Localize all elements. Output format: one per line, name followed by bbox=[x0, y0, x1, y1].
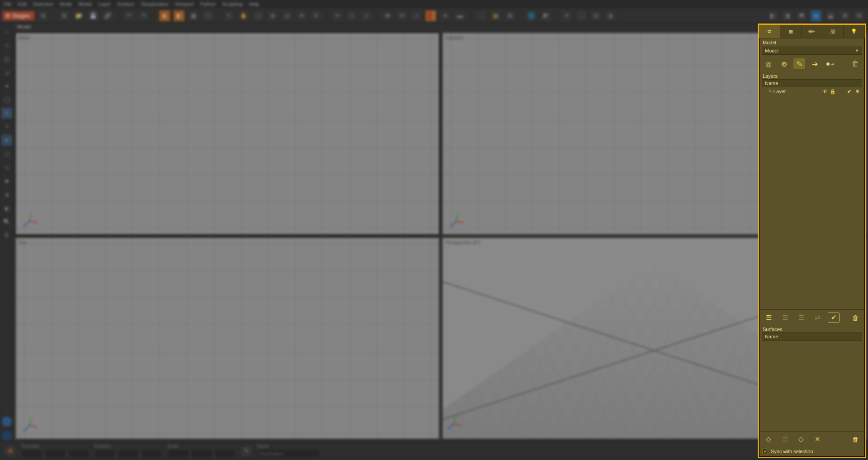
surface-tool-b-button[interactable] bbox=[779, 434, 791, 444]
scale-x-input[interactable] bbox=[167, 449, 189, 458]
more-icon[interactable]: ▬ bbox=[454, 10, 466, 22]
select-all-layers-button[interactable] bbox=[828, 313, 840, 322]
scale-z-input[interactable] bbox=[214, 449, 236, 458]
mode-c-icon[interactable]: ▦ bbox=[188, 10, 199, 22]
color-a-icon[interactable] bbox=[2, 417, 12, 427]
mode-d-icon[interactable]: ⬡ bbox=[202, 10, 214, 22]
edit-tool-icon[interactable]: ⤡ bbox=[346, 10, 358, 22]
rotate-z-input[interactable] bbox=[141, 449, 163, 458]
panel-toggle-icon[interactable]: ⊞ bbox=[839, 10, 851, 22]
tool-icon[interactable]: ⊡ bbox=[590, 10, 602, 22]
check-icon[interactable]: ✔ bbox=[845, 89, 853, 95]
menu-help[interactable]: Help bbox=[249, 1, 259, 7]
brush-button[interactable] bbox=[793, 58, 805, 69]
tool-icon[interactable]: ◯ bbox=[1, 94, 12, 105]
sync-selection-checkbox[interactable]: ✔ Sync with selection bbox=[759, 447, 865, 457]
viewport-top[interactable]: Top bbox=[15, 237, 439, 440]
tool-icon[interactable]: ⚲ bbox=[1, 230, 12, 241]
toolbar-btn[interactable]: ⧉ bbox=[37, 10, 49, 22]
tool-icon[interactable]: ◍ bbox=[604, 10, 616, 22]
menu-model[interactable]: Model bbox=[79, 1, 92, 7]
delete-button[interactable] bbox=[849, 58, 861, 69]
tool-icon[interactable]: ✈ bbox=[296, 10, 307, 22]
undo-icon[interactable]: ↶ bbox=[123, 10, 135, 22]
hierarchy-icon[interactable]: ⸬ bbox=[475, 10, 487, 22]
panel-toggle-icon[interactable]: ◧ bbox=[767, 10, 778, 22]
menu-layer[interactable]: Layer bbox=[98, 1, 111, 7]
tool-icon[interactable]: ⛶ bbox=[576, 10, 587, 22]
pin-icon[interactable]: ✱ bbox=[853, 89, 861, 95]
zoom-out-icon[interactable]: ⊖ bbox=[281, 10, 293, 22]
tool-icon[interactable]: ☀ bbox=[561, 10, 573, 22]
model-dropdown[interactable]: Model ▼ bbox=[762, 47, 862, 55]
add-layer-button[interactable] bbox=[763, 313, 774, 322]
tool-icon[interactable]: ✦ bbox=[1, 81, 12, 91]
edit-tool-icon[interactable]: ✏ bbox=[331, 10, 343, 22]
tool-icon[interactable]: ◩ bbox=[540, 10, 552, 22]
tool-icon[interactable]: ⊛ bbox=[1, 189, 12, 200]
add-target-button[interactable] bbox=[763, 58, 774, 69]
merge-layer-button[interactable] bbox=[811, 313, 823, 322]
tool-icon[interactable]: 🔍 bbox=[1, 216, 12, 227]
tool-icon[interactable]: ↔ bbox=[1, 26, 12, 37]
visibility-icon[interactable]: 👁 bbox=[821, 89, 829, 94]
panel-toggle-icon[interactable]: ⚙ bbox=[854, 10, 865, 22]
snap-icon[interactable]: 🧲 bbox=[425, 10, 437, 22]
export-button[interactable] bbox=[824, 58, 836, 69]
tool-icon[interactable]: ✒ bbox=[1, 135, 12, 146]
transform-icon[interactable]: ✥ bbox=[5, 445, 16, 457]
zoom-in-icon[interactable]: ⊕ bbox=[267, 10, 278, 22]
tool-icon[interactable]: ✎ bbox=[1, 108, 12, 119]
edit-tool-icon[interactable]: ⤢ bbox=[360, 10, 372, 22]
stage-badge[interactable]: Stages bbox=[3, 11, 34, 20]
tool-icon[interactable]: ⊿ bbox=[1, 67, 12, 78]
layout-icon[interactable]: ⊞ bbox=[504, 10, 516, 22]
new-icon[interactable]: 🗎 bbox=[58, 10, 70, 22]
layer-down-button[interactable] bbox=[779, 313, 791, 322]
surface-tool-c-button[interactable] bbox=[795, 434, 807, 444]
translate-y-input[interactable] bbox=[44, 449, 66, 458]
delete-surface-button[interactable] bbox=[849, 434, 861, 444]
tab-light[interactable]: 💡 bbox=[844, 25, 865, 38]
redo-icon[interactable]: ↷ bbox=[137, 10, 149, 22]
scale-icon[interactable]: ⤢ bbox=[410, 10, 422, 22]
apply-icon[interactable]: ✎ bbox=[241, 445, 252, 457]
rotate-icon[interactable]: ⟳ bbox=[396, 10, 408, 22]
tool-icon[interactable]: ⇕ bbox=[310, 10, 322, 22]
color-b-icon[interactable] bbox=[2, 431, 12, 441]
translate-x-input[interactable] bbox=[21, 449, 42, 458]
panel-toggle-icon[interactable]: ◆ bbox=[810, 10, 822, 22]
rotate-x-input[interactable] bbox=[94, 449, 116, 458]
lock-icon[interactable]: 🔒 bbox=[829, 89, 837, 95]
tool-icon[interactable]: ∿ bbox=[1, 162, 12, 173]
tool-icon[interactable]: ⌖ bbox=[1, 121, 12, 132]
tab-pose[interactable]: ᚔ bbox=[802, 25, 823, 38]
hand-icon[interactable]: ✋ bbox=[238, 10, 250, 22]
tab-scene[interactable]: 品 bbox=[822, 25, 844, 38]
panel-toggle-icon[interactable]: ⬓ bbox=[825, 10, 836, 22]
tool-icon[interactable]: ◐ bbox=[1, 203, 12, 213]
mode-b-icon[interactable]: ◧ bbox=[173, 10, 185, 22]
select-icon[interactable]: ↖ bbox=[223, 10, 235, 22]
panel-toggle-icon[interactable]: ◨ bbox=[781, 10, 793, 22]
surface-shuffle-button[interactable] bbox=[811, 434, 823, 444]
name-input[interactable] bbox=[257, 449, 320, 458]
menu-viewport[interactable]: Viewport bbox=[175, 1, 194, 7]
move-icon[interactable]: ✥ bbox=[382, 10, 393, 22]
surface-tool-a-button[interactable] bbox=[763, 434, 774, 444]
orbit-icon[interactable]: ⭯ bbox=[252, 10, 264, 22]
grid-icon[interactable]: ▦ bbox=[490, 10, 501, 22]
import-button[interactable] bbox=[809, 58, 821, 69]
viewport-back[interactable]: Back bbox=[15, 33, 439, 235]
open-icon[interactable]: 📁 bbox=[73, 10, 85, 22]
mode-a-icon[interactable]: ◐ bbox=[159, 10, 170, 22]
layer-row[interactable]: └ Layer 👁 🔒 ✔ ✱ bbox=[762, 87, 862, 95]
tool-icon[interactable]: ⊹ bbox=[1, 40, 12, 51]
tab-model[interactable]: ⧉ bbox=[759, 25, 780, 38]
tool-icon[interactable]: ◫ bbox=[1, 53, 12, 64]
panel-toggle-icon[interactable]: ⬒ bbox=[796, 10, 807, 22]
layer-up-button[interactable] bbox=[795, 313, 807, 322]
tool-icon[interactable]: ❖ bbox=[1, 175, 12, 186]
scale-y-input[interactable] bbox=[191, 449, 212, 458]
menu-mode[interactable]: Mode bbox=[60, 1, 72, 7]
